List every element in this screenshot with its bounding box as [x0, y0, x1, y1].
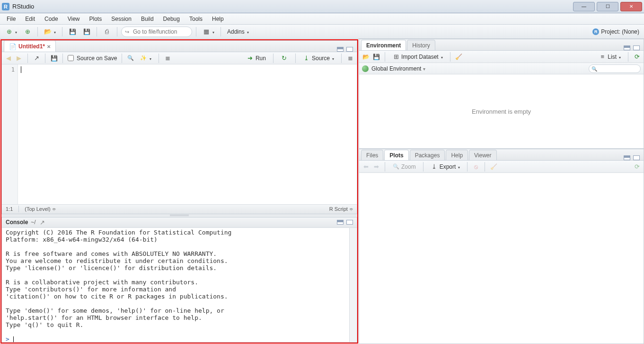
plus-icon	[24, 28, 31, 36]
menu-help[interactable]: Help	[207, 14, 229, 24]
r-project-icon: R	[592, 28, 599, 35]
save-button[interactable]	[66, 27, 79, 37]
save-all-icon	[83, 28, 90, 36]
print-button[interactable]	[101, 27, 113, 37]
new-project-button[interactable]	[21, 27, 34, 37]
new-file-button[interactable]	[3, 27, 19, 37]
main-toolbar: ↪ Addins R Project: (None)	[0, 25, 644, 39]
menu-code[interactable]: Code	[40, 14, 63, 24]
project-label[interactable]: Project: (None)	[601, 28, 639, 35]
goto-arrow-icon: ↪	[125, 28, 129, 35]
print-icon	[103, 28, 111, 36]
menu-plots[interactable]: Plots	[85, 14, 107, 24]
menu-file[interactable]: File	[2, 14, 20, 24]
open-file-button[interactable]	[42, 27, 58, 37]
window-minimize-button[interactable]: —	[573, 2, 595, 11]
workspace-panes-button[interactable]	[200, 27, 217, 37]
rstudio-app-icon: R	[2, 3, 9, 10]
folder-open-icon	[44, 28, 52, 36]
window-title: RStudio	[12, 3, 34, 10]
save-icon	[69, 28, 76, 36]
menu-debug[interactable]: Debug	[159, 14, 185, 24]
window-maximize-button[interactable]: ☐	[597, 2, 618, 11]
go-to-file-field[interactable]: ↪	[121, 27, 192, 37]
menu-edit[interactable]: Edit	[20, 14, 40, 24]
addins-label: Addins	[227, 28, 245, 35]
menu-build[interactable]: Build	[136, 14, 159, 24]
titlebar: R RStudio — ☐ ✕	[0, 0, 644, 13]
menu-view[interactable]: View	[63, 14, 85, 24]
grid-icon	[203, 28, 210, 36]
addins-button[interactable]: Addins	[225, 27, 251, 37]
menubar: File Edit Code View Plots Session Build …	[0, 13, 644, 25]
window-close-button[interactable]: ✕	[620, 2, 642, 11]
save-all-button[interactable]	[80, 27, 93, 37]
go-to-file-input[interactable]	[121, 27, 192, 37]
new-file-icon	[5, 28, 13, 36]
menu-session[interactable]: Session	[106, 14, 136, 24]
menu-tools[interactable]: Tools	[185, 14, 207, 24]
